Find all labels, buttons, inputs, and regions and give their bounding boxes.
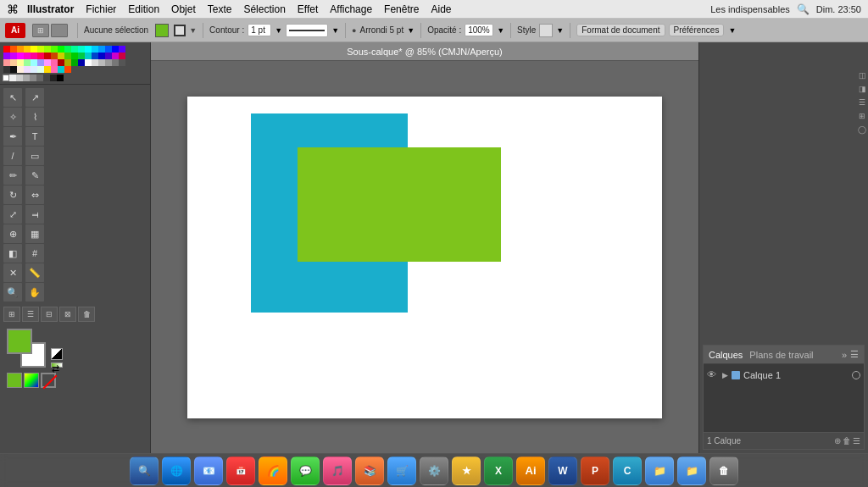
color-swatch[interactable] xyxy=(85,59,92,66)
color-swatch[interactable] xyxy=(44,53,51,59)
rectangle-tool[interactable]: ▭ xyxy=(25,147,44,165)
search-icon[interactable]: 🔍 xyxy=(797,3,810,15)
mesh-tool[interactable]: # xyxy=(25,244,44,263)
menu-fichier[interactable]: Fichier xyxy=(86,3,116,15)
color-swatch[interactable] xyxy=(112,46,119,53)
green-rectangle[interactable] xyxy=(298,147,501,262)
layers-expand[interactable]: » xyxy=(842,350,847,360)
color-swatch[interactable] xyxy=(37,46,44,53)
dock-starred[interactable]: ★ xyxy=(452,457,481,485)
color-swatch[interactable] xyxy=(78,46,85,53)
opacity-input[interactable] xyxy=(465,24,493,36)
lasso-tool[interactable]: ⌇ xyxy=(25,108,44,126)
direct-selection-tool[interactable]: ↗ xyxy=(25,88,44,107)
paintbrush-tool[interactable]: ✏ xyxy=(3,166,22,185)
panel-icon-3[interactable]: ☰ xyxy=(856,97,868,108)
pen-tool[interactable]: ✒ xyxy=(3,127,22,146)
swap-colors-icon[interactable]: ⇄ xyxy=(51,362,63,368)
color-swatch[interactable] xyxy=(64,59,71,66)
color-swatch[interactable] xyxy=(92,46,98,53)
color-swatch[interactable] xyxy=(24,46,31,53)
pencil-tool[interactable]: ✎ xyxy=(25,166,44,185)
scale-tool[interactable]: ⤢ xyxy=(3,205,22,224)
color-swatch[interactable] xyxy=(24,53,31,59)
type-tool[interactable]: T xyxy=(25,127,44,146)
menu-edition[interactable]: Edition xyxy=(128,3,159,15)
none-mode-btn[interactable] xyxy=(41,373,56,388)
menu-effet[interactable]: Effet xyxy=(298,3,318,15)
line-tool[interactable]: / xyxy=(3,147,22,165)
layer-target[interactable] xyxy=(852,371,860,379)
contour-value[interactable] xyxy=(248,24,271,36)
mgray-swatch[interactable] xyxy=(16,75,23,81)
gray-swatch[interactable] xyxy=(23,75,30,81)
magic-wand-tool[interactable]: ✧ xyxy=(3,108,22,126)
lgray-swatch[interactable] xyxy=(9,75,16,81)
dock-messages[interactable]: 💬 xyxy=(291,457,320,485)
dock-safari[interactable]: 🌐 xyxy=(162,457,191,485)
style-swatch[interactable] xyxy=(539,24,553,37)
plans-travail-tab[interactable]: Plans de travail xyxy=(749,350,813,360)
darker-swatch[interactable] xyxy=(43,75,50,81)
color-swatch[interactable] xyxy=(3,53,10,59)
canvas-viewport[interactable] xyxy=(151,61,698,453)
stroke-type-arrow[interactable]: ▼ xyxy=(331,26,339,35)
dock-powerpoint[interactable]: P xyxy=(581,457,609,485)
gradient-mode-btn[interactable] xyxy=(24,373,39,388)
corner-arrow[interactable]: ▼ xyxy=(407,26,415,35)
color-swatch[interactable] xyxy=(105,53,112,59)
layers-options-btn[interactable]: ☰ xyxy=(853,436,860,445)
selection-tool[interactable]: ↖ xyxy=(3,88,22,107)
style-arrow[interactable]: ▼ xyxy=(556,26,564,35)
color-swatch[interactable] xyxy=(44,66,51,73)
color-swatch[interactable] xyxy=(71,59,78,66)
dock-trash[interactable]: 🗑 xyxy=(709,457,738,485)
darkest-swatch[interactable] xyxy=(50,75,57,81)
color-swatch[interactable] xyxy=(92,59,98,66)
color-swatch[interactable] xyxy=(98,59,105,66)
color-swatch[interactable] xyxy=(3,59,10,66)
color-swatch[interactable] xyxy=(58,66,64,73)
layers-tab[interactable]: Calques xyxy=(709,350,743,360)
eyedropper-tool[interactable]: ✕ xyxy=(3,263,22,282)
format-doc-button[interactable]: Format de document xyxy=(576,24,665,36)
dock-folder2[interactable]: 📁 xyxy=(677,457,706,485)
panel-icon-1[interactable]: ◫ xyxy=(856,69,868,81)
color-swatch[interactable] xyxy=(31,46,37,53)
prefs-button[interactable]: Préférences xyxy=(669,24,725,36)
toggle-btn2[interactable]: ☰ xyxy=(22,307,39,322)
toggle-btn1[interactable]: ⊞ xyxy=(3,307,20,322)
stroke-swatch[interactable] xyxy=(174,25,186,36)
color-swatch[interactable] xyxy=(51,46,58,53)
color-swatch[interactable] xyxy=(85,46,92,53)
reflect-tool[interactable]: ⇔ xyxy=(25,185,44,204)
contour-arrow[interactable]: ▼ xyxy=(275,26,282,35)
color-swatch[interactable] xyxy=(71,53,78,59)
graph-tool[interactable]: ▦ xyxy=(25,224,44,243)
dock-word[interactable]: W xyxy=(548,457,577,485)
color-swatch[interactable] xyxy=(51,66,58,73)
color-swatch[interactable] xyxy=(37,53,44,59)
dkgray-swatch[interactable] xyxy=(36,75,43,81)
color-swatch[interactable] xyxy=(44,59,51,66)
default-colors-icon[interactable] xyxy=(51,348,63,360)
color-swatch[interactable] xyxy=(44,46,51,53)
shear-tool[interactable]: ⫤ xyxy=(25,205,44,224)
menu-affichage[interactable]: Affichage xyxy=(330,3,372,15)
dock-corel[interactable]: C xyxy=(613,457,642,485)
dock-excel[interactable]: X xyxy=(484,457,513,485)
color-swatch[interactable] xyxy=(51,59,58,66)
color-swatch[interactable] xyxy=(31,59,37,66)
color-swatch[interactable] xyxy=(10,66,17,73)
prefs-arrow[interactable]: ▼ xyxy=(728,26,736,35)
color-swatch[interactable] xyxy=(78,59,85,66)
toggle-btn5[interactable]: 🗑 xyxy=(78,307,95,322)
panel-icon-2[interactable]: ◨ xyxy=(856,83,868,95)
color-swatch[interactable] xyxy=(37,59,44,66)
dock-finder[interactable]: 🔍 xyxy=(130,457,159,485)
stroke-line[interactable] xyxy=(286,24,328,37)
layer-visibility[interactable]: 👁 xyxy=(707,369,719,381)
color-swatch[interactable] xyxy=(64,66,71,73)
color-swatch[interactable] xyxy=(105,59,112,66)
color-swatch[interactable] xyxy=(64,46,71,53)
